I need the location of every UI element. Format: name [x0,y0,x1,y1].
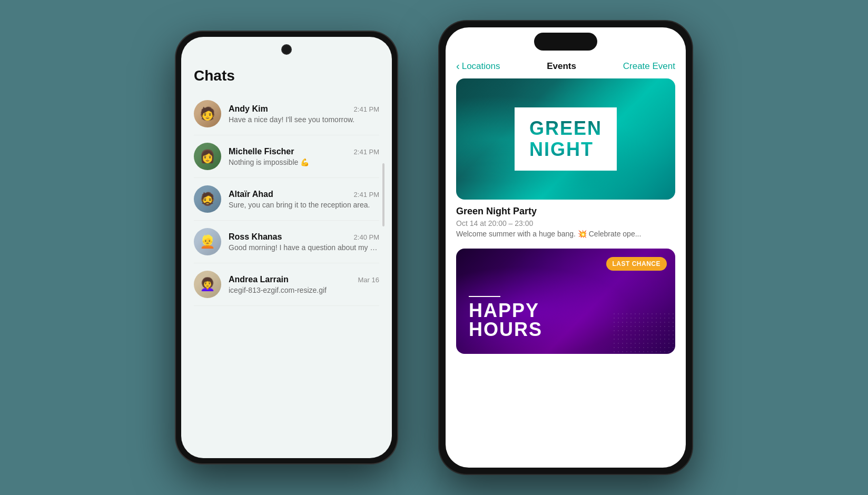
person-icon [194,100,221,127]
chat-info: Ross Khanas 2:40 PM Good morning! I have… [229,232,379,252]
chats-screen: Chats Andy Kim 2:41 PM Have a nice day! … [181,62,392,306]
person-icon [194,228,221,255]
events-list: GREEN NIGHT Green Night Party Oct 14 at … [446,78,686,468]
event-description: Welcome summer with a huge bang. 💥 Celeb… [456,230,675,238]
chat-time: 2:40 PM [354,233,379,241]
chat-name: Ross Khanas [229,232,282,242]
list-item[interactable]: Andy Kim 2:41 PM Have a nice day! I'll s… [194,93,379,135]
chat-list: Andy Kim 2:41 PM Have a nice day! I'll s… [194,93,379,306]
chat-row: Michelle Fischer 2:41 PM [229,147,379,156]
back-label: Locations [462,61,500,72]
dynamic-island-area [446,27,686,56]
chat-preview: Nothing is impossible 💪 [229,158,379,166]
chat-name: Andy Kim [229,104,268,114]
android-phone: Chats Andy Kim 2:41 PM Have a nice day! … [176,32,397,463]
chats-title: Chats [194,67,379,84]
list-item[interactable]: LAST CHANCE HAPPY HOURS [456,249,675,354]
android-camera [282,45,291,54]
chat-time: 2:41 PM [354,105,379,113]
chevron-left-icon: ‹ [456,60,460,72]
person-icon [194,271,221,298]
event-image-green-night: GREEN NIGHT [456,78,675,200]
list-item[interactable]: Michelle Fischer 2:41 PM Nothing is impo… [194,135,379,178]
green-night-background: GREEN NIGHT [456,78,675,200]
chat-name: Michelle Fischer [229,147,294,156]
chat-info: Andrea Larrain Mar 16 icegif-813-ezgif.c… [229,275,379,294]
chat-info: Michelle Fischer 2:41 PM Nothing is impo… [229,147,379,166]
avatar [194,100,221,127]
avatar [194,143,221,170]
event-date: Oct 14 at 20:00 – 23:00 [456,219,675,227]
create-event-button[interactable]: Create Event [623,61,675,72]
event-name: Green Night Party [456,206,675,217]
chat-info: Altaïr Ahad 2:41 PM Sure, you can bring … [229,190,379,209]
iphone-phone: ‹ Locations Events Create Event GREEN NI… [439,21,692,474]
green-night-title: GREEN NIGHT [529,118,602,160]
chat-name: Altaïr Ahad [229,190,273,199]
chat-time: 2:41 PM [354,191,379,199]
list-item[interactable]: Ross Khanas 2:40 PM Good morning! I have… [194,221,379,263]
person-icon [194,185,221,213]
event-image-happy-hours: LAST CHANCE HAPPY HOURS [456,249,675,354]
happy-hours-title: HAPPY HOURS [469,301,542,339]
chat-preview: Good morning! I have a question about my… [229,243,379,252]
android-screen: Chats Andy Kim 2:41 PM Have a nice day! … [181,37,392,458]
green-night-card: GREEN NIGHT [515,107,617,170]
scrollbar[interactable] [382,163,384,226]
happy-hours-text: HAPPY HOURS [469,296,542,339]
chat-info: Andy Kim 2:41 PM Have a nice day! I'll s… [229,104,379,124]
avatar [194,271,221,298]
avatar [194,185,221,213]
navigation-bar: ‹ Locations Events Create Event [446,56,686,78]
avatar [194,228,221,255]
list-item[interactable]: Andrea Larrain Mar 16 icegif-813-ezgif.c… [194,263,379,306]
chat-preview: Sure, you can bring it to the reception … [229,201,379,209]
page-title: Events [547,61,576,72]
back-button[interactable]: ‹ Locations [456,60,500,72]
chat-row: Ross Khanas 2:40 PM [229,232,379,242]
chat-time: Mar 16 [358,276,379,284]
iphone-screen: ‹ Locations Events Create Event GREEN NI… [446,27,686,468]
chat-preview: Have a nice day! I'll see you tomorrow. [229,115,379,124]
person-icon [194,143,221,170]
last-chance-badge: LAST CHANCE [606,257,667,271]
chat-time: 2:41 PM [354,148,379,156]
decorative-line [469,296,500,297]
chat-row: Altaïr Ahad 2:41 PM [229,190,379,199]
chat-row: Andy Kim 2:41 PM [229,104,379,114]
list-item[interactable]: GREEN NIGHT Green Night Party Oct 14 at … [456,78,675,238]
chat-row: Andrea Larrain Mar 16 [229,275,379,284]
list-item[interactable]: Altaïr Ahad 2:41 PM Sure, you can bring … [194,178,379,221]
dynamic-island [534,33,597,51]
chat-name: Andrea Larrain [229,275,289,284]
android-camera-area [181,37,392,62]
chat-preview: icegif-813-ezgif.com-resize.gif [229,286,379,294]
